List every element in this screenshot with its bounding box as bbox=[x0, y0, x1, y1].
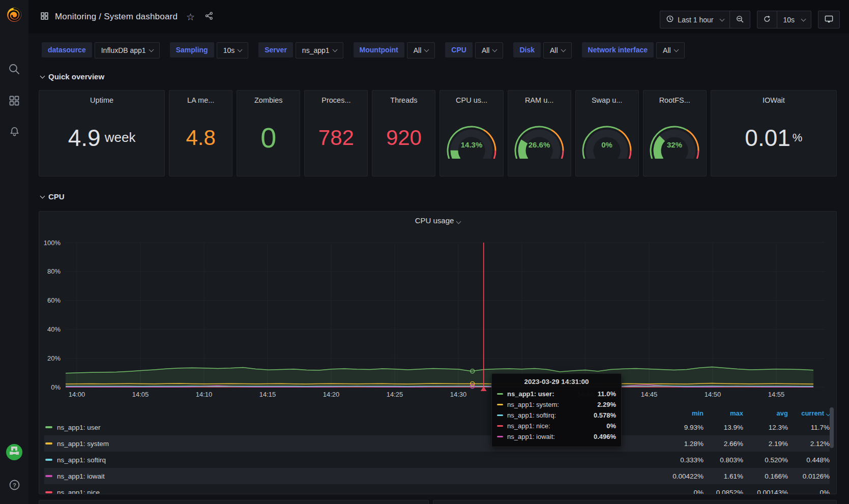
svg-text:14:05: 14:05 bbox=[132, 391, 149, 398]
svg-text:14:15: 14:15 bbox=[259, 391, 276, 398]
user-avatar[interactable] bbox=[0, 443, 28, 461]
next-panel-left bbox=[39, 500, 429, 504]
breadcrumb[interactable]: Monitoring / System dashboard ☆ bbox=[40, 0, 214, 34]
svg-text:14:00: 14:00 bbox=[69, 391, 85, 398]
stat-title: LA me... bbox=[187, 96, 214, 104]
legend-row-iowait[interactable]: ns_app1: iowait 0.00422% 1.61% 0.166% 0.… bbox=[44, 468, 830, 484]
legend-col-current[interactable]: current bbox=[788, 409, 830, 417]
grafana-logo-icon[interactable] bbox=[0, 4, 28, 25]
variable-label[interactable]: CPU bbox=[445, 42, 473, 57]
series-swatch bbox=[497, 404, 503, 405]
legend-avg: 0.166% bbox=[743, 472, 788, 480]
kiosk-mode-button[interactable] bbox=[818, 11, 840, 28]
row-quick-overview[interactable]: Quick overview bbox=[41, 72, 104, 81]
legend-max: 2.66% bbox=[704, 440, 743, 448]
tooltip-row: ns_app1: softirq:0.578% bbox=[497, 410, 616, 421]
variable-label[interactable]: Network interface bbox=[582, 42, 654, 57]
legend-min: 1.28% bbox=[658, 440, 704, 448]
variable-label[interactable]: datasource bbox=[42, 42, 92, 57]
svg-text:14:45: 14:45 bbox=[641, 391, 658, 398]
share-icon[interactable] bbox=[204, 11, 214, 22]
help-icon[interactable]: ? bbox=[0, 477, 28, 492]
legend-col-max[interactable]: max bbox=[704, 409, 743, 417]
variable-cpu: CPU All bbox=[445, 42, 503, 58]
stat-title: Zombies bbox=[254, 96, 283, 104]
svg-text:60%: 60% bbox=[47, 297, 61, 304]
variable-value: ns_app1 bbox=[302, 46, 330, 54]
legend-max: 13.9% bbox=[704, 424, 743, 431]
stat-title: Threads bbox=[390, 96, 417, 104]
svg-text:40%: 40% bbox=[47, 325, 61, 333]
refresh-interval-label: 10s bbox=[783, 16, 795, 24]
legend-col-min[interactable]: min bbox=[658, 409, 704, 417]
variable-value-dropdown[interactable]: All bbox=[543, 42, 572, 58]
legend-row-user[interactable]: ns_app1: user 9.93% 13.9% 12.3% 11.7% bbox=[44, 419, 830, 435]
stat-value: 0.01 bbox=[745, 126, 791, 150]
series-swatch bbox=[45, 491, 52, 493]
legend-row-system[interactable]: ns_app1: system 1.28% 2.66% 2.19% 2.12% bbox=[44, 435, 830, 452]
tooltip-series: ns_app1: nice: bbox=[507, 422, 550, 430]
time-picker[interactable]: Last 1 hour bbox=[660, 11, 750, 28]
svg-text:20%: 20% bbox=[47, 354, 61, 362]
series-label: ns_app1: user bbox=[57, 424, 101, 431]
chevron-down-icon bbox=[238, 47, 243, 52]
stat-title: RAM u... bbox=[525, 96, 553, 104]
alerting-bell-icon[interactable] bbox=[0, 121, 28, 141]
legend-max: 0.803% bbox=[704, 456, 743, 464]
chart-tooltip: 2023-03-29 14:31:00 ns_app1: user:11.0% … bbox=[491, 373, 622, 447]
tooltip-series: ns_app1: user: bbox=[507, 390, 554, 398]
variable-label[interactable]: Sampling bbox=[170, 42, 214, 57]
tooltip-row: ns_app1: user:11.0% bbox=[497, 389, 616, 399]
svg-text:14:20: 14:20 bbox=[323, 391, 340, 398]
zoom-out-icon bbox=[736, 15, 744, 25]
variable-value: 10s bbox=[223, 46, 235, 54]
legend-col-avg[interactable]: avg bbox=[743, 409, 788, 417]
svg-text:0%: 0% bbox=[51, 383, 61, 391]
legend-current: 0.0126% bbox=[788, 472, 830, 480]
page-title[interactable]: Monitoring / System dashboard bbox=[55, 12, 178, 22]
tooltip-row: ns_app1: iowait:0.496% bbox=[497, 431, 616, 442]
tooltip-value: 0.496% bbox=[594, 433, 616, 440]
variable-datasource: datasource InfluxDB app1 bbox=[42, 42, 160, 58]
refresh-picker[interactable]: 10s bbox=[757, 11, 811, 28]
search-icon[interactable] bbox=[0, 59, 28, 79]
tooltip-value: 0% bbox=[606, 422, 616, 430]
zoom-out-button[interactable] bbox=[730, 11, 750, 28]
variable-label[interactable]: Mountpoint bbox=[354, 42, 404, 57]
svg-text:14:55: 14:55 bbox=[768, 391, 785, 398]
legend-row-softirq[interactable]: ns_app1: softirq 0.333% 0.803% 0.520% 0.… bbox=[44, 452, 830, 468]
stat-value: 782 bbox=[318, 127, 354, 149]
legend-max: 0.0852% bbox=[704, 489, 743, 495]
variable-network-interface: Network interface All bbox=[582, 42, 685, 58]
stat-value: 920 bbox=[386, 127, 422, 149]
variable-value-dropdown[interactable]: ns_app1 bbox=[296, 42, 343, 58]
variable-value-dropdown[interactable]: All bbox=[475, 42, 504, 58]
legend-row-nice[interactable]: ns_app1: nice 0% 0.0852% 0.00143% 0% bbox=[44, 484, 830, 494]
refresh-button[interactable] bbox=[757, 11, 777, 28]
stat-title: Proces... bbox=[321, 96, 350, 104]
variable-value-dropdown[interactable]: All bbox=[656, 42, 685, 58]
chevron-down-icon bbox=[801, 16, 806, 21]
variable-label[interactable]: Disk bbox=[513, 42, 541, 57]
variable-value-dropdown[interactable]: InfluxDB app1 bbox=[95, 42, 160, 58]
row-cpu[interactable]: CPU bbox=[41, 192, 65, 201]
gauge: 0% bbox=[579, 104, 635, 176]
dashboards-icon[interactable] bbox=[0, 91, 28, 111]
series-swatch bbox=[45, 426, 52, 428]
chevron-down-icon bbox=[674, 47, 679, 52]
stat-panel-zombies: Zombies 0 bbox=[237, 90, 300, 176]
refresh-interval-button[interactable]: 10s bbox=[777, 11, 811, 28]
variable-value-dropdown[interactable]: All bbox=[407, 42, 435, 58]
gauge: 14.3% bbox=[444, 104, 500, 176]
cpu-usage-panel: CPU usage 0%20%40%60%80%100%14:0014:0514… bbox=[39, 211, 837, 494]
variable-label[interactable]: Server bbox=[258, 42, 293, 57]
star-favorite-icon[interactable]: ☆ bbox=[186, 11, 195, 23]
variable-value: All bbox=[482, 46, 490, 54]
stat-title: RootFS... bbox=[659, 96, 690, 104]
svg-text:26.6%: 26.6% bbox=[529, 140, 550, 149]
variable-value: All bbox=[414, 46, 422, 54]
time-range-button[interactable]: Last 1 hour bbox=[660, 11, 729, 28]
variable-value-dropdown[interactable]: 10s bbox=[217, 42, 249, 58]
legend-scrollbar[interactable] bbox=[830, 407, 834, 448]
legend-avg: 0.520% bbox=[743, 456, 788, 464]
